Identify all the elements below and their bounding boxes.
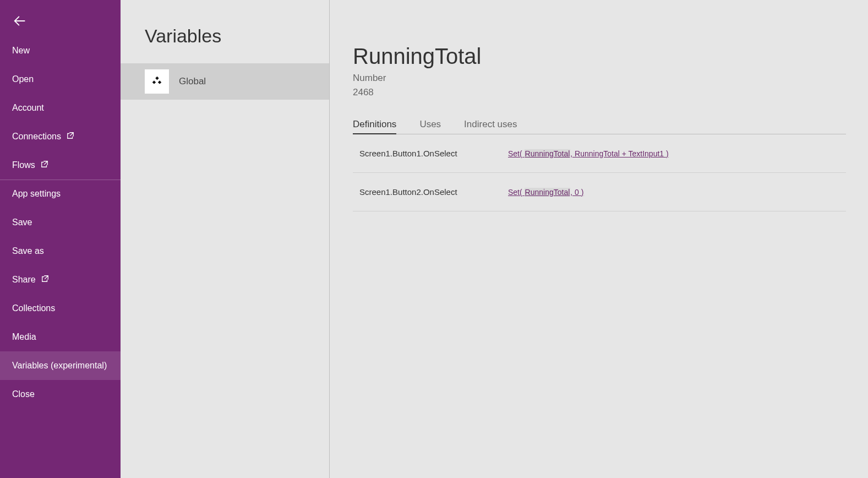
variable-type: Number [353,71,846,85]
nav-item-flows[interactable]: Flows [0,151,121,180]
global-scope-icon [145,69,169,94]
detail-tabs: Definitions Uses Indirect uses [353,119,846,134]
nav-item-label: App settings [12,189,61,199]
definition-formula-link[interactable]: Set( RunningTotal, RunningTotal + TextIn… [508,149,669,158]
svg-rect-2 [158,80,161,84]
definition-location: Screen1.Button1.OnSelect [359,149,508,158]
variable-name: RunningTotal [353,44,846,69]
nav-item-save[interactable]: Save [0,208,121,237]
svg-rect-0 [155,77,159,80]
arrow-left-icon [12,13,28,29]
external-link-icon [41,275,49,285]
nav-item-label: Flows [12,160,35,170]
tab-definitions[interactable]: Definitions [353,119,396,134]
scope-item-label: Global [179,76,206,87]
nav-item-new[interactable]: New [0,36,121,65]
nav-item-label: Collections [12,303,55,313]
scope-item-global[interactable]: Global [121,63,329,100]
variable-detail-pane: RunningTotal Number 2468 Definitions Use… [330,0,868,478]
nav-item-close[interactable]: Close [0,380,121,409]
nav-item-collections[interactable]: Collections [0,294,121,323]
nav-item-label: Connections [12,132,61,142]
file-menu-sidebar: New Open Account Connections Flows App s… [0,0,121,478]
nav-item-label: Close [12,389,35,399]
variable-scope-column: Variables Global [121,0,330,478]
definition-row: Screen1.Button1.OnSelect Set( RunningTot… [353,134,846,173]
definition-location: Screen1.Button2.OnSelect [359,187,508,197]
nav-item-label: Open [12,74,34,84]
page-title: Variables [121,0,329,63]
nav-item-label: Save [12,218,32,227]
nav-item-app-settings[interactable]: App settings [0,180,121,208]
nav-item-label: Account [12,103,44,113]
nav-item-account[interactable]: Account [0,94,121,122]
nav-item-open[interactable]: Open [0,65,121,94]
nav-item-label: New [12,46,30,56]
definition-formula-link[interactable]: Set( RunningTotal, 0 ) [508,188,583,197]
nav-item-label: Media [12,332,36,342]
variable-value: 2468 [353,85,846,100]
nav-item-media[interactable]: Media [0,323,121,351]
tab-uses[interactable]: Uses [419,119,441,134]
definition-row: Screen1.Button2.OnSelect Set( RunningTot… [353,173,846,211]
nav-item-label: Save as [12,246,44,256]
svg-rect-1 [152,80,156,84]
nav-item-connections[interactable]: Connections [0,122,121,151]
external-link-icon [67,132,74,142]
nav-item-save-as[interactable]: Save as [0,237,121,265]
tab-indirect[interactable]: Indirect uses [464,119,517,134]
nav-item-share[interactable]: Share [0,265,121,294]
nav-item-label: Variables (experimental) [12,361,107,371]
back-button[interactable] [0,0,121,36]
nav-item-variables[interactable]: Variables (experimental) [0,351,121,380]
external-link-icon [41,160,48,170]
nav-item-label: Share [12,275,36,285]
